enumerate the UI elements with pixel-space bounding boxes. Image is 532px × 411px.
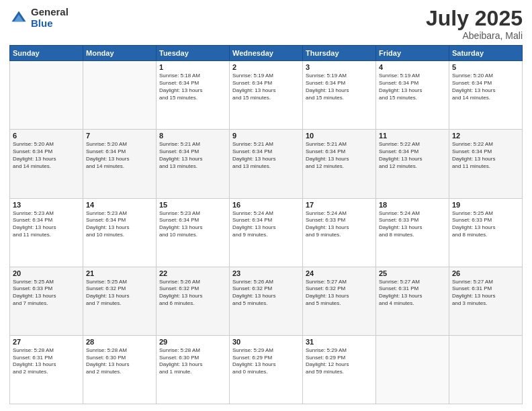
day-info: Sunrise: 5:29 AM Sunset: 6:29 PM Dayligh… [232,347,300,376]
day-info: Sunrise: 5:19 AM Sunset: 6:34 PM Dayligh… [379,73,446,101]
logo: General Blue [9,7,69,29]
calendar-cell: 23Sunrise: 5:26 AM Sunset: 6:32 PM Dayli… [230,267,303,335]
day-number: 14 [86,201,153,209]
calendar-cell: 19Sunrise: 5:25 AM Sunset: 6:33 PM Dayli… [449,198,523,267]
calendar-week-row: 27Sunrise: 5:28 AM Sunset: 6:31 PM Dayli… [10,335,523,404]
day-info: Sunrise: 5:28 AM Sunset: 6:30 PM Dayligh… [86,347,153,376]
calendar-cell: 15Sunrise: 5:23 AM Sunset: 6:34 PM Dayli… [157,198,230,267]
day-number: 10 [306,132,373,140]
day-info: Sunrise: 5:24 AM Sunset: 6:33 PM Dayligh… [306,210,373,239]
day-number: 13 [13,201,80,209]
calendar-cell: 6Sunrise: 5:20 AM Sunset: 6:34 PM Daylig… [10,130,83,198]
logo-icon [9,9,28,28]
day-info: Sunrise: 5:29 AM Sunset: 6:29 PM Dayligh… [306,347,373,376]
day-info: Sunrise: 5:21 AM Sunset: 6:34 PM Dayligh… [159,141,226,170]
day-number: 11 [379,132,446,140]
calendar-header-friday: Friday [376,46,449,61]
day-number: 7 [86,132,153,140]
calendar-cell: 21Sunrise: 5:25 AM Sunset: 6:32 PM Dayli… [83,267,157,335]
day-number: 20 [13,269,80,277]
calendar-cell: 24Sunrise: 5:27 AM Sunset: 6:32 PM Dayli… [303,267,376,335]
calendar-cell: 18Sunrise: 5:24 AM Sunset: 6:33 PM Dayli… [376,198,449,267]
calendar-cell: 7Sunrise: 5:20 AM Sunset: 6:34 PM Daylig… [83,130,157,198]
calendar-header-sunday: Sunday [10,46,83,61]
day-number: 23 [232,269,300,277]
calendar-week-row: 6Sunrise: 5:20 AM Sunset: 6:34 PM Daylig… [10,130,523,198]
day-number: 3 [306,63,373,71]
calendar-header-row: SundayMondayTuesdayWednesdayThursdayFrid… [10,46,523,61]
day-number: 26 [452,269,519,277]
calendar-cell: 27Sunrise: 5:28 AM Sunset: 6:31 PM Dayli… [10,335,83,404]
calendar-cell [449,335,523,404]
day-number: 28 [86,338,153,346]
calendar-cell: 22Sunrise: 5:26 AM Sunset: 6:32 PM Dayli… [157,267,230,335]
calendar-cell: 10Sunrise: 5:21 AM Sunset: 6:34 PM Dayli… [303,130,376,198]
calendar-cell: 11Sunrise: 5:22 AM Sunset: 6:34 PM Dayli… [376,130,449,198]
day-info: Sunrise: 5:23 AM Sunset: 6:34 PM Dayligh… [13,210,80,239]
day-number: 15 [159,201,226,209]
day-number: 21 [86,269,153,277]
title-location: Abeibara, Mali [426,30,523,41]
calendar-cell: 4Sunrise: 5:19 AM Sunset: 6:34 PM Daylig… [376,61,449,130]
calendar-cell: 5Sunrise: 5:20 AM Sunset: 6:34 PM Daylig… [449,61,523,130]
calendar-cell: 16Sunrise: 5:24 AM Sunset: 6:34 PM Dayli… [230,198,303,267]
day-number: 29 [159,338,226,346]
day-info: Sunrise: 5:21 AM Sunset: 6:34 PM Dayligh… [306,141,373,170]
day-info: Sunrise: 5:27 AM Sunset: 6:32 PM Dayligh… [306,279,373,308]
calendar-cell: 9Sunrise: 5:21 AM Sunset: 6:34 PM Daylig… [230,130,303,198]
day-info: Sunrise: 5:18 AM Sunset: 6:34 PM Dayligh… [159,73,226,101]
calendar-week-row: 13Sunrise: 5:23 AM Sunset: 6:34 PM Dayli… [10,198,523,267]
calendar-cell: 2Sunrise: 5:19 AM Sunset: 6:34 PM Daylig… [230,61,303,130]
calendar-cell: 8Sunrise: 5:21 AM Sunset: 6:34 PM Daylig… [157,130,230,198]
calendar-cell: 12Sunrise: 5:22 AM Sunset: 6:34 PM Dayli… [449,130,523,198]
day-number: 19 [452,201,519,209]
day-info: Sunrise: 5:20 AM Sunset: 6:34 PM Dayligh… [86,141,153,170]
calendar-cell: 28Sunrise: 5:28 AM Sunset: 6:30 PM Dayli… [83,335,157,404]
day-number: 5 [452,63,519,71]
day-info: Sunrise: 5:19 AM Sunset: 6:34 PM Dayligh… [232,73,300,101]
day-number: 31 [306,338,373,346]
day-info: Sunrise: 5:27 AM Sunset: 6:31 PM Dayligh… [379,279,446,308]
day-number: 27 [13,338,80,346]
day-info: Sunrise: 5:21 AM Sunset: 6:34 PM Dayligh… [232,141,300,170]
day-number: 8 [159,132,226,140]
day-number: 6 [13,132,80,140]
day-number: 1 [159,63,226,71]
day-number: 17 [306,201,373,209]
day-info: Sunrise: 5:27 AM Sunset: 6:31 PM Dayligh… [452,279,519,308]
day-info: Sunrise: 5:23 AM Sunset: 6:34 PM Dayligh… [86,210,153,239]
calendar-cell: 30Sunrise: 5:29 AM Sunset: 6:29 PM Dayli… [230,335,303,404]
calendar-table: SundayMondayTuesdayWednesdayThursdayFrid… [9,45,523,404]
logo-text: General Blue [31,7,69,29]
calendar-cell: 20Sunrise: 5:25 AM Sunset: 6:33 PM Dayli… [10,267,83,335]
day-number: 30 [232,338,300,346]
day-number: 12 [452,132,519,140]
calendar-cell: 31Sunrise: 5:29 AM Sunset: 6:29 PM Dayli… [303,335,376,404]
calendar-week-row: 1Sunrise: 5:18 AM Sunset: 6:34 PM Daylig… [10,61,523,130]
calendar-cell: 14Sunrise: 5:23 AM Sunset: 6:34 PM Dayli… [83,198,157,267]
calendar-week-row: 20Sunrise: 5:25 AM Sunset: 6:33 PM Dayli… [10,267,523,335]
calendar-cell [376,335,449,404]
calendar-cell [10,61,83,130]
day-number: 2 [232,63,300,71]
header: General Blue July 2025 Abeibara, Mali [9,7,523,41]
day-info: Sunrise: 5:25 AM Sunset: 6:33 PM Dayligh… [452,210,519,239]
logo-general-text: General [31,7,69,18]
day-number: 9 [232,132,300,140]
day-info: Sunrise: 5:23 AM Sunset: 6:34 PM Dayligh… [159,210,226,239]
day-number: 4 [379,63,446,71]
day-number: 24 [306,269,373,277]
day-info: Sunrise: 5:20 AM Sunset: 6:34 PM Dayligh… [452,73,519,101]
calendar-cell: 1Sunrise: 5:18 AM Sunset: 6:34 PM Daylig… [157,61,230,130]
day-info: Sunrise: 5:28 AM Sunset: 6:30 PM Dayligh… [159,347,226,376]
day-info: Sunrise: 5:22 AM Sunset: 6:34 PM Dayligh… [452,141,519,170]
calendar-cell: 17Sunrise: 5:24 AM Sunset: 6:33 PM Dayli… [303,198,376,267]
day-number: 25 [379,269,446,277]
day-info: Sunrise: 5:28 AM Sunset: 6:31 PM Dayligh… [13,347,80,376]
calendar-cell: 25Sunrise: 5:27 AM Sunset: 6:31 PM Dayli… [376,267,449,335]
title-month: July 2025 [426,7,523,30]
day-info: Sunrise: 5:22 AM Sunset: 6:34 PM Dayligh… [379,141,446,170]
day-info: Sunrise: 5:24 AM Sunset: 6:34 PM Dayligh… [232,210,300,239]
day-info: Sunrise: 5:26 AM Sunset: 6:32 PM Dayligh… [232,279,300,308]
page: General Blue July 2025 Abeibara, Mali Su… [0,0,532,411]
